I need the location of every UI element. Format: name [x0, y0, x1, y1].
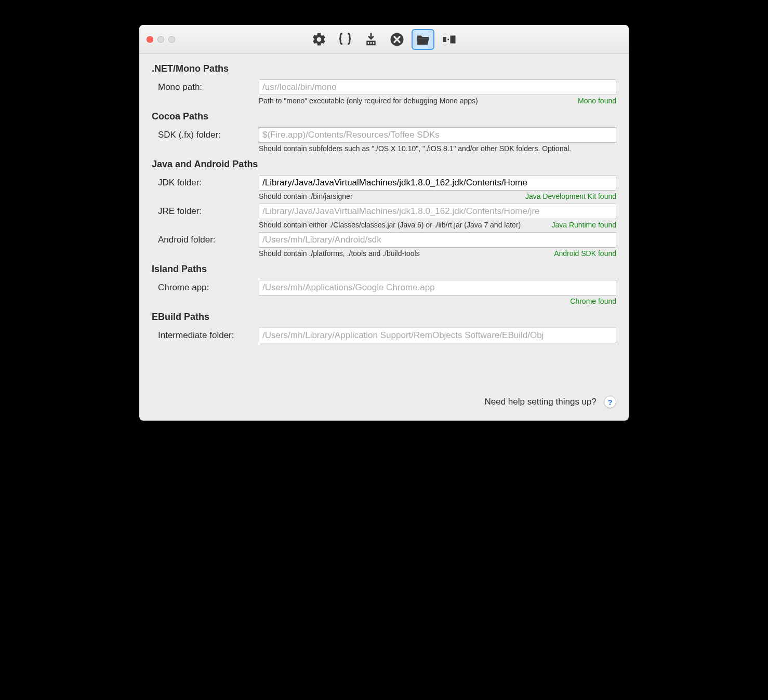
jre-folder-hint: Should contain either ./Classes/classes.…	[259, 221, 521, 229]
svg-rect-5	[448, 38, 449, 40]
sdk-folder-label: SDK (.fx) folder:	[158, 127, 256, 140]
sdk-folder-input[interactable]	[259, 127, 616, 143]
titlebar	[139, 25, 629, 54]
footer: Need help setting things up? ?	[139, 359, 629, 421]
section-island-title: Island Paths	[152, 264, 616, 275]
android-folder-status: Android SDK found	[554, 249, 616, 258]
jre-folder-label: JRE folder:	[158, 204, 256, 217]
close-window-button[interactable]	[147, 36, 153, 43]
help-icon: ?	[607, 398, 612, 407]
row-intermediate-folder: Intermediate folder:	[158, 328, 616, 345]
chrome-app-input[interactable]	[259, 280, 616, 295]
section-cocoa-title: Cocoa Paths	[152, 111, 616, 122]
row-chrome-app: Chrome app: Chrome found	[158, 280, 616, 305]
folder-open-icon	[415, 32, 431, 47]
preferences-window: .NET/Mono Paths Mono path: Path to "mono…	[139, 25, 629, 421]
row-jdk-folder: JDK folder: Should contain ./bin/jarsign…	[158, 175, 616, 200]
tab-layout[interactable]	[438, 29, 460, 50]
help-button[interactable]: ?	[604, 396, 616, 408]
sdk-folder-hint: Should contain subfolders such as "./OS …	[259, 144, 571, 153]
chrome-app-label: Chrome app:	[158, 280, 256, 293]
section-ebuild-title: EBuild Paths	[152, 312, 616, 322]
jdk-folder-label: JDK folder:	[158, 175, 256, 188]
mono-path-status: Mono found	[578, 97, 616, 105]
android-folder-label: Android folder:	[158, 232, 256, 245]
jdk-folder-input[interactable]	[259, 175, 616, 191]
svg-rect-4	[443, 37, 446, 42]
android-folder-hint: Should contain ./platforms, ./tools and …	[259, 249, 420, 258]
jre-folder-status: Java Runtime found	[551, 221, 616, 229]
mono-path-input[interactable]	[259, 79, 616, 95]
download-box-icon	[363, 32, 379, 47]
svg-rect-2	[373, 42, 375, 44]
svg-rect-1	[370, 42, 372, 44]
tab-build[interactable]	[360, 29, 382, 50]
tab-paths[interactable]	[412, 29, 434, 50]
gear-icon	[311, 32, 327, 47]
tab-errors[interactable]	[386, 29, 408, 50]
row-jre-folder: JRE folder: Should contain either ./Clas…	[158, 204, 616, 229]
section-net-title: .NET/Mono Paths	[152, 63, 616, 74]
footer-help-text: Need help setting things up?	[485, 397, 597, 407]
preferences-toolbar	[308, 29, 460, 50]
row-android-folder: Android folder: Should contain ./platfor…	[158, 232, 616, 258]
minimize-window-button[interactable]	[157, 36, 164, 43]
error-circle-icon	[389, 32, 405, 47]
jdk-folder-status: Java Development Kit found	[525, 192, 616, 200]
svg-rect-6	[451, 35, 456, 43]
panels-icon	[441, 32, 457, 47]
row-mono-path: Mono path: Path to "mono" executable (on…	[158, 79, 616, 105]
android-folder-input[interactable]	[259, 232, 616, 248]
tab-code[interactable]	[334, 29, 356, 50]
braces-icon	[337, 32, 353, 47]
intermediate-folder-label: Intermediate folder:	[158, 328, 256, 341]
section-java-title: Java and Android Paths	[152, 159, 616, 170]
svg-rect-0	[368, 42, 369, 44]
jre-folder-input[interactable]	[259, 204, 616, 219]
mono-path-hint: Path to "mono" executable (only required…	[259, 97, 478, 105]
window-controls	[147, 36, 175, 43]
content-area: .NET/Mono Paths Mono path: Path to "mono…	[139, 54, 629, 359]
mono-path-label: Mono path:	[158, 79, 256, 92]
zoom-window-button[interactable]	[168, 36, 175, 43]
row-sdk-folder: SDK (.fx) folder: Should contain subfold…	[158, 127, 616, 153]
tab-general[interactable]	[308, 29, 330, 50]
jdk-folder-hint: Should contain ./bin/jarsigner	[259, 192, 353, 200]
intermediate-folder-input[interactable]	[259, 328, 616, 343]
chrome-app-status: Chrome found	[570, 297, 616, 305]
